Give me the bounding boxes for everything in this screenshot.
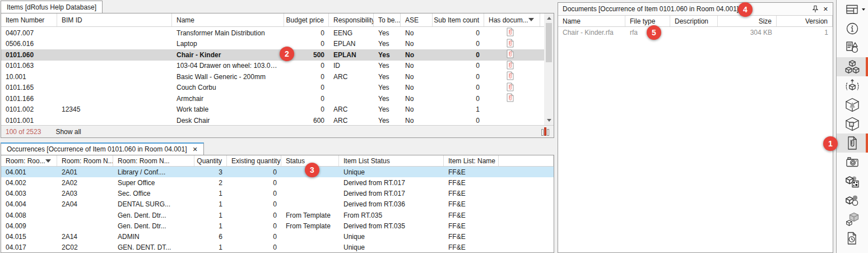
filter-dropdown-icon[interactable] <box>528 18 534 21</box>
table-row[interactable]: 04.002 2A02 Super Office 2 0 Derived fro… <box>1 177 554 188</box>
document-attachment-icon <box>507 82 514 91</box>
log-icon <box>845 231 860 246</box>
table-row[interactable]: 0101.002 12345 Work table 0 ARC Yes No 1 <box>1 104 544 116</box>
col-item-list-status[interactable]: Item List Status <box>339 155 444 166</box>
table-row[interactable]: 04.009 Gen. Dent. Dtr... 1 0 From Templa… <box>1 220 554 231</box>
col-room-name-2[interactable]: Room: Room N... <box>113 155 194 166</box>
item-data-sheet-button[interactable] <box>837 38 868 57</box>
items-table: Item Number BIM ID Name Budget price Res… <box>1 13 554 138</box>
pin-icon[interactable] <box>812 5 819 13</box>
table-row[interactable]: Chair - Kinder.rfa rfa 304 KB 1 <box>558 27 833 38</box>
col-has-documents-label: Has docum... <box>489 16 528 24</box>
col-responsibility[interactable]: Responsibility <box>329 13 374 26</box>
col-doc-name[interactable]: Name <box>558 16 625 26</box>
table-row[interactable]: 0101.001 Desk Chair 600 ARC Yes No 0 <box>1 115 544 126</box>
table-row[interactable]: 04.001 2A01 Library / Conf.... 3 0 Uniqu… <box>1 167 554 177</box>
close-tab-icon[interactable]: ✕ <box>193 146 198 153</box>
col-room-no-label: Room: Roo... <box>6 157 45 165</box>
close-panel-icon[interactable]: ✕ <box>823 6 828 13</box>
table-row[interactable]: 0101.060 Chair - Kinder 500 EPLAN Yes No… <box>1 49 544 61</box>
col-has-documents[interactable]: Has docum... <box>484 13 540 26</box>
col-description[interactable]: Description <box>670 16 718 26</box>
chevron-down-icon[interactable] <box>862 8 865 11</box>
col-existing-quantity[interactable]: Existing quantity <box>227 155 281 166</box>
product-icon <box>845 212 860 227</box>
classification-icon <box>845 174 860 188</box>
column-chooser-icon[interactable] <box>541 127 549 136</box>
documents-icon <box>845 136 860 150</box>
item-data-sheet-icon <box>845 40 860 55</box>
tab-occurrences-label: Occurrences [Occurrence of Item 0101.060… <box>7 145 187 153</box>
col-room-no[interactable]: Room: Roo... <box>1 155 57 166</box>
table-row[interactable]: 04.008 Gen. Dent. Dtr... 1 0 From Templa… <box>1 210 554 220</box>
scrollbar-thumb[interactable] <box>546 23 552 62</box>
items-panel: Items [dRofus Help Database] Item Number… <box>1 0 554 138</box>
table-row[interactable]: 0506.016 Laptop 0 EPLAN Yes No 0 <box>1 39 544 50</box>
tab-occurrences[interactable]: Occurrences [Occurrence of Item 0101.060… <box>1 142 204 155</box>
col-file-type[interactable]: File type <box>625 16 670 26</box>
col-version[interactable]: Version <box>777 16 833 26</box>
sort-desc-icon[interactable] <box>45 159 51 163</box>
table-row[interactable]: 0101.165 Couch Corbu 0 Yes No 0 <box>1 82 544 94</box>
col-quantity[interactable]: Quantity <box>194 155 227 166</box>
row-count: 100 of 2523 <box>6 128 41 136</box>
col-ase[interactable]: ASE <box>401 13 433 26</box>
items-tabstrip: Items [dRofus Help Database] <box>1 0 554 13</box>
col-budget-price[interactable]: Budget price <box>284 13 329 26</box>
documents-title: Documents [Occurrence of Item 0101.060 i… <box>563 5 807 13</box>
annotation-badge-1: 1 <box>823 136 838 151</box>
classification-button[interactable] <box>837 172 868 191</box>
model-object-button[interactable] <box>837 95 868 114</box>
col-bim-id[interactable]: BIM ID <box>57 13 172 26</box>
model-object-icon <box>845 98 860 112</box>
transform-button[interactable] <box>837 76 868 95</box>
documents-rows: Chair - Kinder.rfa rfa 304 KB 1 <box>558 27 833 38</box>
col-sub-item-count[interactable]: Sub Item count <box>433 13 484 26</box>
log-button[interactable] <box>837 229 868 248</box>
connected-items-button[interactable] <box>837 191 868 210</box>
table-row[interactable]: 04.017 2C02 GEN. DENT. DT... 1 0 Unique … <box>1 242 554 253</box>
annotation-badge-3: 3 <box>305 163 319 177</box>
col-size[interactable]: Size <box>718 16 777 26</box>
tab-items[interactable]: Items [dRofus Help Database] <box>1 1 103 13</box>
table-row[interactable]: 04.003 2A03 Sec. Office 1 0 Derived from… <box>1 188 554 199</box>
col-to-be[interactable]: To be... <box>374 13 401 26</box>
col-item-number[interactable]: Item Number <box>1 13 57 26</box>
table-row[interactable]: 04.004 2A04 DENTAL SURG... 1 0 Derived f… <box>1 199 554 210</box>
show-all-link[interactable]: Show all <box>55 128 81 136</box>
items-scrollbar[interactable] <box>544 13 554 125</box>
info-button[interactable] <box>837 19 868 38</box>
table-row[interactable]: 0101.063 103-04 Drawer on wheel: 103.04.… <box>1 61 544 72</box>
scroll-down-icon[interactable] <box>544 116 554 125</box>
document-attachment-icon <box>507 93 514 102</box>
camera-icon <box>845 155 860 169</box>
components-button[interactable] <box>837 57 868 76</box>
annotation-badge-2: 2 <box>280 47 294 61</box>
table-row[interactable]: 0101.166 Armchair 0 Yes No 0 <box>1 93 544 104</box>
occurrences-tabstrip: Occurrences [Occurrence of Item 0101.060… <box>1 142 554 155</box>
document-attachment-icon <box>507 39 514 48</box>
images-button[interactable] <box>837 153 868 172</box>
occurrences-header: Room: Roo... Room: Room N... Room: Room … <box>1 155 554 167</box>
col-item-list-name[interactable]: Item List: Name <box>444 155 499 166</box>
table-row[interactable]: 10.001 Basic Wall - Generic - 200mm 0 AR… <box>1 71 544 82</box>
items-rows: 0407.007 Transformer Main Distribution 0… <box>1 27 544 126</box>
occurrences-panel: Occurrences [Occurrence of Item 0101.060… <box>1 142 554 253</box>
connected-items-icon <box>845 193 860 208</box>
documents-button[interactable] <box>837 134 868 153</box>
document-attachment-icon <box>507 61 514 70</box>
table-row[interactable]: 0407.007 Transformer Main Distribution 0… <box>1 27 544 39</box>
occurrences-table: Room: Roo... Room: Room N... Room: Room … <box>1 155 554 253</box>
tab-items-label: Items [dRofus Help Database] <box>7 3 96 11</box>
annotation-badge-4: 4 <box>738 2 753 17</box>
scroll-up-icon[interactable] <box>544 13 554 23</box>
col-name[interactable]: Name <box>172 13 284 26</box>
box-button[interactable] <box>837 114 868 134</box>
box-icon <box>845 117 860 131</box>
window-layout-button[interactable] <box>837 0 868 19</box>
table-row[interactable]: 04.015 2A14 ADMIN 6 0 Unique FF&E <box>1 232 554 242</box>
col-room-name-1[interactable]: Room: Room N... <box>57 155 113 166</box>
product-button[interactable] <box>837 210 868 229</box>
window-layout-icon <box>845 2 860 17</box>
right-toolbar <box>836 0 868 253</box>
